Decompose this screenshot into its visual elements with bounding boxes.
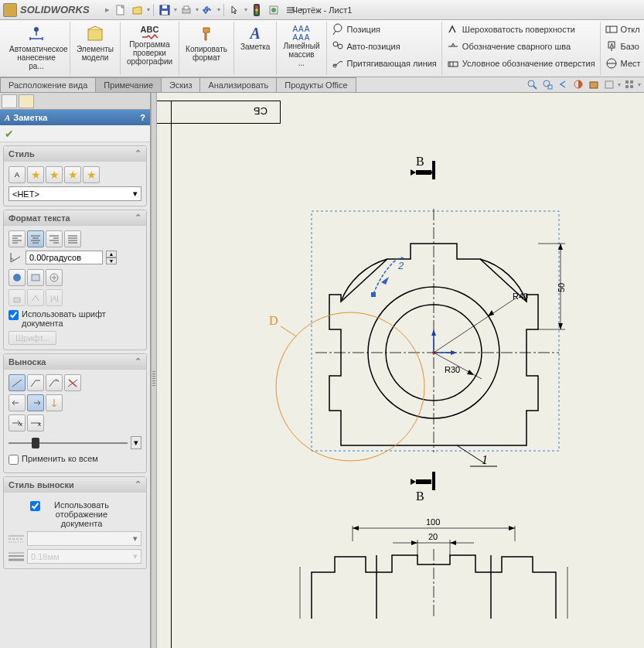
more-views-icon[interactable] xyxy=(622,78,636,90)
leader-style-header[interactable]: Стиль выноски ⌃ xyxy=(4,477,146,493)
surface-finish-button[interactable]: Шероховатость поверхности xyxy=(445,22,597,37)
svg-line-67 xyxy=(12,380,22,387)
svg-rect-39 xyxy=(605,81,613,88)
display-style-icon[interactable] xyxy=(587,78,601,90)
leader-header[interactable]: Выноска ⌃ xyxy=(4,354,146,370)
leader-slider[interactable] xyxy=(9,442,128,444)
hole-callout-button[interactable]: Условное обозначение отверстия xyxy=(445,56,597,71)
align-justify-button[interactable] xyxy=(64,230,81,247)
new-file-icon[interactable] xyxy=(113,2,128,18)
angle-down-button[interactable]: ▼ xyxy=(106,257,117,264)
svg-rect-38 xyxy=(590,82,598,88)
style-save-button[interactable]: ★ xyxy=(64,166,81,183)
leader-section: Выноска ⌃ x x xyxy=(3,353,147,473)
tab-annotation[interactable]: Примечание xyxy=(95,77,162,92)
style-load-button[interactable]: ★ xyxy=(83,166,100,183)
leader-none-button[interactable] xyxy=(64,374,81,391)
apply-to-all-checkbox[interactable]: Применить ко всем xyxy=(9,454,141,465)
use-doc-display-checkbox[interactable]: Использовать отображение документа xyxy=(9,500,141,528)
spell-check-button[interactable]: ABC Программа проверки орфографии xyxy=(125,23,174,67)
line-style-icon xyxy=(9,533,24,545)
style-add-favorite-button[interactable]: ★ xyxy=(27,166,44,183)
auto-dimension-button[interactable]: Автоматическое нанесение ра... xyxy=(8,23,65,72)
datum-feature-button[interactable]: A Базо xyxy=(604,39,642,54)
zoom-fit-icon[interactable] xyxy=(525,78,539,90)
svg-text:100: 100 xyxy=(426,517,440,527)
tab-evaluate[interactable]: Анализировать xyxy=(199,77,277,92)
open-file-icon[interactable] xyxy=(130,2,145,18)
insert-gtol-button[interactable] xyxy=(27,289,44,306)
style-dropdown[interactable]: <НЕТ> ▾ xyxy=(9,186,141,201)
previous-view-icon[interactable] xyxy=(556,78,570,90)
svg-point-9 xyxy=(255,12,258,15)
geometric-tolerance-button[interactable]: Откл xyxy=(604,22,642,37)
property-tab[interactable] xyxy=(19,94,34,108)
slider-dropdown[interactable]: ▾ xyxy=(131,436,141,449)
insert-hyperlink-button[interactable] xyxy=(9,269,26,286)
use-doc-font-checkbox[interactable]: Использовать шрифт документа xyxy=(9,309,141,328)
ribbon: Автоматическое нанесение ра... Элементы … xyxy=(0,20,644,77)
svg-line-90 xyxy=(281,326,296,336)
format-painter-button[interactable]: Копировать формат xyxy=(184,23,229,63)
app-logo-icon xyxy=(3,3,17,17)
section-view-icon[interactable] xyxy=(571,78,585,90)
save-icon[interactable] xyxy=(157,2,172,18)
collapse-icon: ⌃ xyxy=(135,148,141,159)
section-arrow-b-top: B xyxy=(411,155,435,179)
rebuild-icon[interactable] xyxy=(266,2,281,18)
hide-show-icon[interactable] xyxy=(602,78,616,90)
leader-nearest-button[interactable] xyxy=(46,394,63,411)
balloon-button[interactable]: Позиция xyxy=(330,22,438,37)
leader-right-button[interactable] xyxy=(27,394,44,411)
print-icon[interactable] xyxy=(179,2,194,18)
linear-pattern-button[interactable]: AAAAAA Линейный массив ... xyxy=(281,23,321,69)
chevron-down-icon: ▾ xyxy=(133,189,138,199)
model-items-button[interactable]: Элементы модели xyxy=(75,23,115,63)
tab-office[interactable]: Продукты Office xyxy=(276,77,356,92)
drawing-canvas[interactable]: СБ B B xyxy=(157,93,644,648)
tab-view-layout[interactable]: Расположение вида xyxy=(0,77,96,92)
font-button[interactable]: Шрифт... xyxy=(9,331,56,345)
zoom-area-icon[interactable] xyxy=(540,78,554,90)
auto-balloon-button[interactable]: Авто-позиция xyxy=(330,39,438,54)
align-center-button[interactable] xyxy=(27,230,44,247)
align-left-button[interactable] xyxy=(9,230,26,247)
options-icon[interactable] xyxy=(283,2,298,18)
svg-point-15 xyxy=(34,27,39,32)
note-button[interactable]: A Заметка xyxy=(239,23,271,53)
select-icon[interactable] xyxy=(227,2,243,18)
align-right-button[interactable] xyxy=(46,230,63,247)
style-apply-default-button[interactable]: A xyxy=(9,166,26,183)
leader-left-button[interactable] xyxy=(9,394,26,411)
link-to-property-button[interactable] xyxy=(27,269,44,286)
help-icon[interactable]: ? xyxy=(140,113,145,122)
lock-unlock-button[interactable] xyxy=(9,289,26,306)
leader-underlined-button[interactable] xyxy=(46,374,63,391)
svg-text:B: B xyxy=(416,155,424,168)
arrow-style-button[interactable]: x xyxy=(9,414,26,431)
ok-icon[interactable]: ✔ xyxy=(5,128,14,140)
feature-tree-tab[interactable] xyxy=(2,94,17,108)
confirm-bar: ✔ xyxy=(0,125,150,142)
insert-surface-button[interactable]: |A| xyxy=(46,289,63,306)
collapse-icon: ⌃ xyxy=(135,213,141,223)
style-header[interactable]: Стиль ⌃ xyxy=(4,146,146,162)
svg-rect-14 xyxy=(287,12,295,13)
angle-input[interactable] xyxy=(26,251,103,264)
undo-icon[interactable] xyxy=(200,2,216,18)
leader-bent-button[interactable] xyxy=(27,374,44,391)
weld-symbol-button[interactable]: Обозначение сварного шва xyxy=(445,39,597,54)
angle-up-button[interactable]: ▲ xyxy=(106,251,117,257)
svg-text:|A|: |A| xyxy=(50,295,59,302)
style-delete-favorite-button[interactable]: ★ xyxy=(46,166,63,183)
panel-resize-handle[interactable] xyxy=(151,93,157,648)
arrow-style2-button[interactable]: x xyxy=(27,414,44,431)
datum-target-button[interactable]: Мест xyxy=(604,56,642,71)
svg-rect-80 xyxy=(312,211,559,451)
add-symbol-button[interactable] xyxy=(46,269,63,286)
leader-straight-button[interactable] xyxy=(9,374,26,391)
text-format-header[interactable]: Формат текста ⌃ xyxy=(4,210,146,226)
magnetic-line-button[interactable]: Притягивающая линия xyxy=(330,56,438,71)
traffic-light-icon[interactable] xyxy=(249,2,264,18)
tab-sketch[interactable]: Эскиз xyxy=(161,77,200,92)
